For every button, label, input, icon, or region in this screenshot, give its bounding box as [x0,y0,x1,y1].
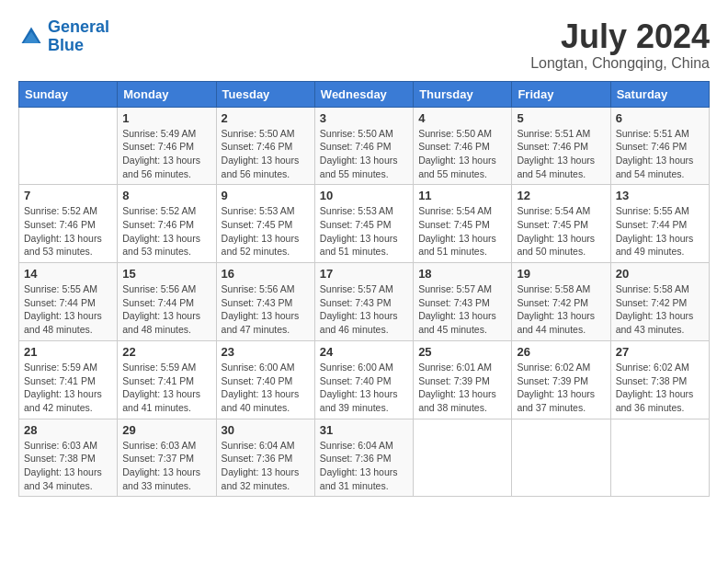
day-number: 3 [320,111,408,125]
day-info: Sunrise: 5:53 AMSunset: 7:45 PMDaylight:… [222,204,310,259]
day-cell: 29Sunrise: 6:03 AMSunset: 7:37 PMDayligh… [118,419,216,497]
day-number: 29 [122,423,210,437]
day-info: Sunrise: 5:58 AMSunset: 7:42 PMDaylight:… [517,282,605,337]
day-cell [610,419,709,497]
week-row-2: 7Sunrise: 5:52 AMSunset: 7:46 PMDaylight… [19,185,710,263]
week-row-5: 28Sunrise: 6:03 AMSunset: 7:38 PMDayligh… [19,419,710,497]
day-number: 15 [122,267,210,281]
day-cell: 21Sunrise: 5:59 AMSunset: 7:41 PMDayligh… [19,340,118,419]
day-cell: 15Sunrise: 5:56 AMSunset: 7:44 PMDayligh… [118,263,216,341]
day-info: Sunrise: 5:54 AMSunset: 7:45 PMDaylight:… [418,204,506,259]
day-cell: 27Sunrise: 6:02 AMSunset: 7:38 PMDayligh… [610,340,709,419]
location-subtitle: Longtan, Chongqing, China [530,55,710,72]
day-number: 7 [24,189,112,202]
day-number: 27 [616,345,704,359]
month-year-title: July 2024 [530,18,710,55]
logo-text: General Blue [48,18,109,55]
day-number: 12 [517,189,605,202]
day-number: 2 [222,111,310,125]
day-info: Sunrise: 5:53 AMSunset: 7:45 PMDaylight:… [320,204,408,259]
day-number: 21 [24,345,112,359]
day-cell: 3Sunrise: 5:50 AMSunset: 7:46 PMDaylight… [314,107,413,185]
day-info: Sunrise: 5:50 AMSunset: 7:46 PMDaylight:… [222,127,310,181]
day-cell: 10Sunrise: 5:53 AMSunset: 7:45 PMDayligh… [314,185,413,263]
day-info: Sunrise: 5:55 AMSunset: 7:44 PMDaylight:… [24,282,112,337]
logo-icon [18,24,44,50]
day-cell: 14Sunrise: 5:55 AMSunset: 7:44 PMDayligh… [19,263,118,341]
weekday-header-thursday: Thursday [414,81,512,107]
day-number: 1 [122,111,210,125]
day-info: Sunrise: 5:52 AMSunset: 7:46 PMDaylight:… [24,204,112,259]
day-info: Sunrise: 5:58 AMSunset: 7:42 PMDaylight:… [616,282,704,337]
day-cell: 31Sunrise: 6:04 AMSunset: 7:36 PMDayligh… [314,419,413,497]
day-number: 23 [222,345,310,359]
day-cell: 8Sunrise: 5:52 AMSunset: 7:46 PMDaylight… [118,185,216,263]
day-cell: 25Sunrise: 6:01 AMSunset: 7:39 PMDayligh… [414,340,512,419]
day-cell: 24Sunrise: 6:00 AMSunset: 7:40 PMDayligh… [314,340,413,419]
title-block: July 2024 Longtan, Chongqing, China [530,18,710,72]
day-number: 9 [222,189,310,202]
day-cell: 17Sunrise: 5:57 AMSunset: 7:43 PMDayligh… [314,263,413,341]
day-number: 28 [24,423,112,437]
day-cell: 23Sunrise: 6:00 AMSunset: 7:40 PMDayligh… [216,340,314,419]
day-cell: 19Sunrise: 5:58 AMSunset: 7:42 PMDayligh… [512,263,610,341]
day-number: 11 [418,189,506,202]
day-number: 8 [122,189,210,202]
day-number: 10 [320,189,408,202]
day-info: Sunrise: 6:04 AMSunset: 7:36 PMDaylight:… [320,439,408,493]
day-info: Sunrise: 5:51 AMSunset: 7:46 PMDaylight:… [517,127,605,181]
day-number: 22 [122,345,210,359]
day-cell: 30Sunrise: 6:04 AMSunset: 7:36 PMDayligh… [216,419,314,497]
day-info: Sunrise: 6:03 AMSunset: 7:37 PMDaylight:… [122,439,210,493]
day-info: Sunrise: 6:01 AMSunset: 7:39 PMDaylight:… [418,361,506,415]
day-cell: 28Sunrise: 6:03 AMSunset: 7:38 PMDayligh… [19,419,118,497]
day-info: Sunrise: 6:02 AMSunset: 7:38 PMDaylight:… [616,361,704,415]
day-info: Sunrise: 5:57 AMSunset: 7:43 PMDaylight:… [418,282,506,337]
weekday-header-wednesday: Wednesday [314,81,413,107]
day-info: Sunrise: 6:00 AMSunset: 7:40 PMDaylight:… [222,361,310,415]
day-number: 16 [222,267,310,281]
day-info: Sunrise: 5:50 AMSunset: 7:46 PMDaylight:… [418,127,506,181]
weekday-header-tuesday: Tuesday [216,81,314,107]
page-header: General Blue July 2024 Longtan, Chongqin… [18,18,710,72]
logo-blue: Blue [48,36,84,54]
day-info: Sunrise: 5:59 AMSunset: 7:41 PMDaylight:… [24,361,112,415]
day-cell: 18Sunrise: 5:57 AMSunset: 7:43 PMDayligh… [414,263,512,341]
day-number: 30 [222,423,310,437]
week-row-1: 1Sunrise: 5:49 AMSunset: 7:46 PMDaylight… [19,107,710,185]
day-info: Sunrise: 5:56 AMSunset: 7:43 PMDaylight:… [222,282,310,337]
day-cell [512,419,610,497]
week-row-4: 21Sunrise: 5:59 AMSunset: 7:41 PMDayligh… [19,340,710,419]
day-cell: 7Sunrise: 5:52 AMSunset: 7:46 PMDaylight… [19,185,118,263]
day-number: 5 [517,111,605,125]
day-info: Sunrise: 5:52 AMSunset: 7:46 PMDaylight:… [122,204,210,259]
weekday-header-saturday: Saturday [610,81,709,107]
day-cell [19,107,118,185]
day-cell: 20Sunrise: 5:58 AMSunset: 7:42 PMDayligh… [610,263,709,341]
day-info: Sunrise: 6:00 AMSunset: 7:40 PMDaylight:… [320,361,408,415]
day-number: 20 [616,267,704,281]
day-info: Sunrise: 5:59 AMSunset: 7:41 PMDaylight:… [122,361,210,415]
calendar-table: SundayMondayTuesdayWednesdayThursdayFrid… [18,81,710,498]
day-info: Sunrise: 6:03 AMSunset: 7:38 PMDaylight:… [24,439,112,493]
day-number: 24 [320,345,408,359]
day-info: Sunrise: 5:50 AMSunset: 7:46 PMDaylight:… [320,127,408,181]
day-cell: 2Sunrise: 5:50 AMSunset: 7:46 PMDaylight… [216,107,314,185]
day-info: Sunrise: 6:02 AMSunset: 7:39 PMDaylight:… [517,361,605,415]
day-cell: 6Sunrise: 5:51 AMSunset: 7:46 PMDaylight… [610,107,709,185]
day-number: 4 [418,111,506,125]
day-cell: 5Sunrise: 5:51 AMSunset: 7:46 PMDaylight… [512,107,610,185]
day-cell: 9Sunrise: 5:53 AMSunset: 7:45 PMDaylight… [216,185,314,263]
day-cell: 4Sunrise: 5:50 AMSunset: 7:46 PMDaylight… [414,107,512,185]
day-cell: 26Sunrise: 6:02 AMSunset: 7:39 PMDayligh… [512,340,610,419]
week-row-3: 14Sunrise: 5:55 AMSunset: 7:44 PMDayligh… [19,263,710,341]
day-info: Sunrise: 5:49 AMSunset: 7:46 PMDaylight:… [122,127,210,181]
weekday-header-monday: Monday [118,81,216,107]
day-cell [414,419,512,497]
day-info: Sunrise: 5:55 AMSunset: 7:44 PMDaylight:… [616,204,704,259]
day-number: 31 [320,423,408,437]
day-number: 19 [517,267,605,281]
day-number: 18 [418,267,506,281]
weekday-header-sunday: Sunday [19,81,118,107]
day-number: 26 [517,345,605,359]
